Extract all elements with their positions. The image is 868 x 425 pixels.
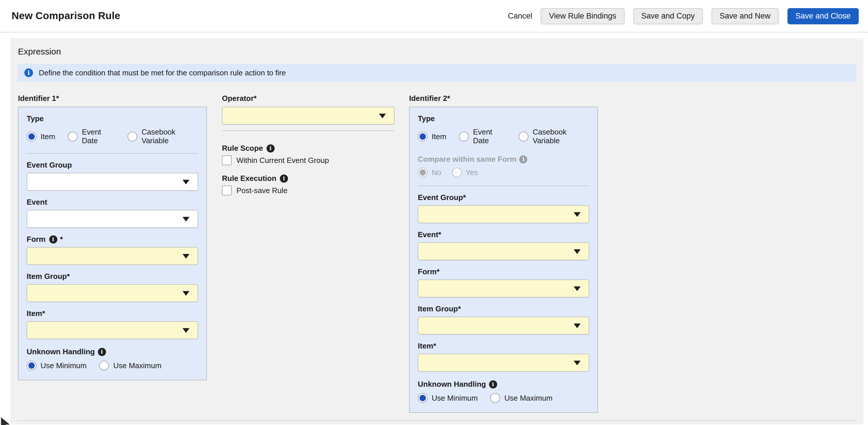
id2-item-group-field: Item Group* (418, 304, 589, 335)
id1-type-label: Type (27, 114, 198, 123)
id1-event-select[interactable] (27, 210, 198, 228)
compare-within-same-form-group: Compare within same Form i No (418, 155, 589, 177)
radio-selected-icon (418, 131, 428, 141)
rule-execution-checkbox-row: Post-save Rule (222, 186, 395, 195)
compare-yes-radio: Yes (452, 168, 478, 177)
divider (27, 153, 198, 154)
operator-label: Operator* (222, 94, 395, 103)
info-icon: i (24, 68, 33, 77)
identifier1-column: Identifier 1* Type Item Event Date (18, 94, 207, 380)
id2-unknown-handling-label: Unknown Handling i (418, 380, 589, 389)
chevron-down-icon (183, 328, 189, 333)
save-and-close-button[interactable]: Save and Close (787, 8, 859, 24)
id2-type-label: Type (418, 114, 589, 123)
chevron-down-icon (574, 286, 581, 291)
info-icon[interactable]: i (49, 235, 57, 243)
chevron-down-icon (379, 113, 386, 118)
operator-column: Operator* Rule Scope i Within Current Ev… (222, 94, 395, 195)
id2-event-select[interactable] (418, 243, 589, 260)
id1-form-select[interactable] (27, 247, 198, 265)
id1-event-label: Event (27, 198, 198, 206)
id1-type-casebook-variable-radio[interactable]: Casebook Variable (127, 128, 198, 145)
within-current-event-group-checkbox[interactable] (222, 155, 232, 165)
identifier2-column: Identifier 2* Type Item Event Date (409, 94, 598, 413)
identifier2-label: Identifier 2* (409, 94, 598, 103)
id2-item-label: Item* (418, 341, 589, 350)
id1-use-minimum-radio[interactable]: Use Minimum (27, 361, 87, 370)
id1-item-group-select[interactable] (27, 284, 198, 302)
id2-item-select[interactable] (418, 354, 589, 372)
identifier1-panel: Type Item Event Date (18, 107, 207, 380)
identifier1-label: Identifier 1* (18, 94, 207, 103)
radio-label: Casebook Variable (142, 128, 198, 145)
chevron-down-icon (574, 249, 581, 254)
rule-scope-checkbox-row: Within Current Event Group (222, 155, 395, 165)
id2-use-maximum-radio[interactable]: Use Maximum (491, 393, 553, 403)
divider (222, 131, 395, 131)
radio-label: Use Maximum (504, 394, 553, 402)
compare-no-radio: No (418, 168, 441, 177)
radio-icon (519, 131, 528, 141)
id2-type-event-date-radio[interactable]: Event Date (459, 128, 506, 145)
operator-select[interactable] (222, 107, 395, 125)
content-outer: Expression i Define the condition that m… (0, 32, 868, 424)
post-save-rule-checkbox[interactable] (222, 186, 232, 195)
id2-event-group-field: Event Group* (418, 193, 589, 223)
expression-heading: Expression (18, 47, 857, 56)
id2-type-casebook-variable-radio[interactable]: Casebook Variable (519, 128, 589, 145)
id2-item-group-label: Item Group* (418, 304, 589, 313)
id1-type-radio-group: Item Event Date Casebook Variable (27, 128, 198, 145)
radio-label: Item (432, 132, 446, 141)
id1-type-item-radio[interactable]: Item (27, 131, 55, 141)
id1-item-field: Item* (27, 309, 198, 339)
id1-type-event-date-radio[interactable]: Event Date (68, 128, 115, 145)
radio-label: Use Minimum (40, 361, 87, 370)
radio-selected-icon (418, 393, 428, 403)
id1-unknown-handling-label: Unknown Handling i (27, 347, 198, 356)
id1-item-group-field: Item Group* (27, 272, 198, 302)
radio-label: Use Minimum (432, 394, 478, 402)
top-bar: New Comparison Rule Cancel View Rule Bin… (0, 0, 868, 32)
radio-label: Item (40, 132, 55, 141)
id2-event-label: Event* (418, 230, 589, 239)
id1-item-select[interactable] (27, 321, 198, 339)
divider (418, 186, 589, 186)
view-rule-bindings-button[interactable]: View Rule Bindings (541, 8, 624, 24)
id2-item-group-select[interactable] (418, 317, 589, 335)
compare-within-same-form-radio-group: No Yes (418, 168, 589, 177)
info-icon[interactable]: i (280, 174, 288, 182)
radio-label: Casebook Variable (532, 128, 589, 145)
id2-form-select[interactable] (418, 280, 589, 298)
info-icon[interactable]: i (98, 348, 106, 356)
radio-disabled-selected-icon (418, 168, 428, 177)
id2-event-group-select[interactable] (418, 205, 589, 223)
divider (18, 420, 857, 421)
info-icon[interactable]: i (489, 380, 497, 388)
info-banner: i Define the condition that must be met … (18, 64, 857, 82)
cancel-button[interactable]: Cancel (508, 11, 532, 20)
id1-event-group-label: Event Group (27, 161, 198, 169)
rule-scope-label: Rule Scope i (222, 144, 395, 152)
expression-columns: Identifier 1* Type Item Event Date (18, 94, 857, 413)
page-title: New Comparison Rule (11, 10, 120, 22)
id2-unknown-handling-radio-group: Use Minimum Use Maximum (418, 393, 589, 403)
checkbox-label: Post-save Rule (237, 186, 287, 195)
id1-event-group-select[interactable] (27, 173, 198, 191)
chevron-down-icon (183, 291, 189, 295)
id1-form-label: Formi* (27, 235, 198, 244)
compare-within-same-form-label: Compare within same Form i (418, 155, 589, 164)
id2-use-minimum-radio[interactable]: Use Minimum (418, 393, 478, 403)
chevron-down-icon (574, 212, 581, 217)
header-actions: Cancel View Rule Bindings Save and Copy … (508, 8, 859, 24)
radio-label: Yes (466, 168, 478, 177)
id1-unknown-handling-radio-group: Use Minimum Use Maximum (27, 361, 198, 370)
id1-unknown-handling-group: Unknown Handling i Use Minimum (27, 347, 198, 370)
id1-use-maximum-radio[interactable]: Use Maximum (99, 361, 161, 370)
id2-type-item-radio[interactable]: Item (418, 131, 446, 141)
save-and-new-button[interactable]: Save and New (712, 8, 779, 24)
info-icon[interactable]: i (267, 144, 275, 152)
id2-event-field: Event* (418, 230, 589, 260)
save-and-copy-button[interactable]: Save and Copy (633, 8, 703, 24)
radio-label: No (432, 168, 441, 177)
id2-event-group-label: Event Group* (418, 193, 589, 202)
